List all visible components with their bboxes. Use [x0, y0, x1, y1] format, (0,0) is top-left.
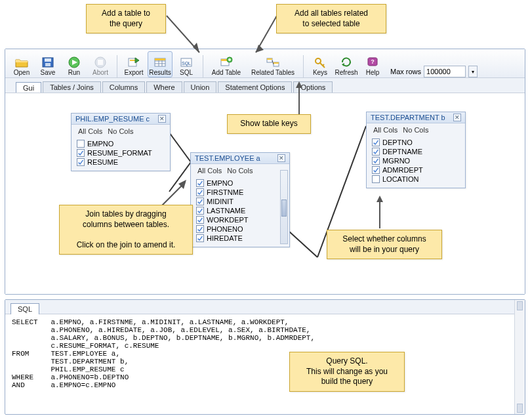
all-cols-link[interactable]: All Cols: [373, 126, 398, 134]
column-name: DEPTNAME: [382, 148, 422, 156]
tab-columns[interactable]: Columns: [102, 81, 145, 93]
table-department[interactable]: TEST.DEPARTMENT b ✕ All Cols No Cols DEP…: [366, 112, 466, 188]
tab-statement-options[interactable]: Statement Options: [218, 81, 292, 93]
table-title: TEST.EMPLOYEE a: [195, 154, 260, 162]
sql-text[interactable]: SELECT a.EMPNO, a.FIRSTNME, a.MIDINIT, a…: [5, 314, 525, 414]
results-label: Results: [149, 69, 171, 76]
svg-text:SQL: SQL: [182, 61, 191, 66]
sql-panel: SQL SELECT a.EMPNO, a.FIRSTNME, a.MIDINI…: [5, 299, 525, 415]
svg-rect-29: [274, 62, 279, 64]
checkbox-icon[interactable]: [196, 234, 204, 242]
column-item[interactable]: MGRNO: [371, 156, 461, 165]
svg-rect-6: [45, 63, 51, 66]
help-button[interactable]: ? Help: [360, 51, 385, 77]
no-cols-link[interactable]: No Cols: [403, 126, 428, 134]
table-emp-resume[interactable]: PHIL.EMP_RESUME c ✕ All Cols No Cols EMP…: [71, 113, 171, 171]
svg-rect-10: [98, 60, 103, 65]
close-icon[interactable]: ✕: [277, 154, 285, 162]
column-item[interactable]: WORKDEPT: [195, 215, 280, 224]
export-button[interactable]: Export: [121, 51, 146, 77]
toolbar-separator: [117, 55, 117, 77]
column-name: RESUME_FORMAT: [87, 149, 152, 157]
column-item[interactable]: ADMRDEPT: [371, 165, 461, 175]
svg-line-33: [323, 64, 324, 66]
checkbox-icon[interactable]: [372, 148, 380, 156]
column-item[interactable]: HIREDATE: [195, 234, 280, 243]
checkbox-icon[interactable]: [77, 158, 85, 166]
column-item[interactable]: LOCATION: [371, 175, 461, 184]
scrollbar[interactable]: [280, 170, 288, 244]
checkbox-icon[interactable]: [196, 216, 204, 224]
svg-rect-18: [155, 58, 165, 60]
svg-rect-5: [45, 58, 51, 62]
checkbox-icon[interactable]: [372, 166, 380, 174]
column-item[interactable]: EMPNO: [195, 178, 280, 188]
refresh-button[interactable]: Refresh: [334, 51, 359, 77]
checkbox-icon[interactable]: [196, 188, 204, 196]
sql-button[interactable]: SQL SQL: [174, 51, 199, 77]
callout-add-table: Add a table to the query: [86, 4, 166, 33]
svg-line-38: [289, 231, 317, 257]
column-item[interactable]: RESUME: [75, 158, 166, 167]
max-rows: Max rows ▾: [390, 66, 478, 77]
checkbox-icon[interactable]: [196, 207, 204, 215]
column-name: MIDINIT: [207, 198, 234, 205]
column-item[interactable]: MIDINIT: [195, 197, 280, 206]
column-item[interactable]: PHONENO: [195, 224, 280, 234]
tab-union[interactable]: Union: [184, 81, 217, 93]
column-name: PHONENO: [207, 225, 243, 233]
checkbox-icon[interactable]: [77, 140, 85, 148]
column-name: MGRNO: [382, 157, 410, 165]
refresh-label: Refresh: [335, 69, 357, 76]
column-item[interactable]: FIRSTNME: [195, 188, 280, 197]
checkbox-icon[interactable]: [196, 225, 204, 233]
open-button[interactable]: Open: [9, 51, 34, 77]
svg-text:?: ?: [371, 58, 375, 65]
abort-button[interactable]: Abort: [88, 51, 113, 77]
results-button[interactable]: Results: [148, 51, 173, 77]
callout-join-hint: Join tables by dragging columns between …: [59, 205, 193, 255]
max-rows-input[interactable]: [424, 66, 466, 77]
dropdown-icon[interactable]: ▾: [468, 66, 478, 77]
save-button[interactable]: Save: [35, 51, 60, 77]
no-cols-link[interactable]: No Cols: [108, 127, 133, 135]
tab-tables-joins[interactable]: Tables / Joins: [43, 81, 101, 93]
all-cols-link[interactable]: All Cols: [78, 127, 102, 135]
checkbox-icon[interactable]: [196, 179, 204, 187]
svg-line-37: [169, 162, 191, 192]
column-item[interactable]: RESUME_FORMAT: [75, 148, 166, 158]
table-title: TEST.DEPARTMENT b: [371, 114, 445, 121]
checkbox-icon[interactable]: [77, 149, 85, 157]
column-name: RESUME: [87, 158, 118, 166]
table-title: PHIL.EMP_RESUME c: [75, 115, 150, 123]
column-item[interactable]: EMPNO: [75, 139, 166, 148]
all-cols-link[interactable]: All Cols: [197, 167, 222, 175]
related-tables-button[interactable]: Related Tables: [247, 51, 299, 77]
checkbox-icon[interactable]: [196, 198, 204, 205]
checkbox-icon[interactable]: [372, 138, 380, 146]
scrollbar[interactable]: [514, 300, 525, 414]
add-table-button[interactable]: Add Table: [207, 51, 245, 77]
keys-label: Keys: [313, 69, 327, 76]
column-item[interactable]: DEPTNAME: [371, 147, 461, 156]
close-icon[interactable]: ✕: [453, 114, 461, 121]
open-label: Open: [14, 69, 30, 76]
column-item[interactable]: DEPTNO: [371, 138, 461, 147]
table-employee[interactable]: TEST.EMPLOYEE a ✕ All Cols No Cols EMPNO…: [190, 152, 290, 247]
no-cols-link[interactable]: No Cols: [227, 167, 253, 175]
run-button[interactable]: Run: [62, 51, 87, 77]
svg-rect-28: [267, 58, 272, 60]
tab-gui[interactable]: Gui: [16, 82, 41, 93]
tab-options[interactable]: Options: [293, 81, 333, 93]
callout-select-cols: Select whether columns will be in your q…: [327, 230, 442, 259]
toolbar-separator: [203, 55, 203, 77]
column-item[interactable]: LASTNAME: [195, 206, 280, 215]
tab-sql[interactable]: SQL: [10, 303, 39, 314]
keys-button[interactable]: Keys: [308, 51, 333, 77]
column-name: EMPNO: [207, 179, 233, 187]
checkbox-icon[interactable]: [372, 157, 380, 165]
column-name: HIREDATE: [207, 234, 243, 242]
tab-where[interactable]: Where: [146, 81, 182, 93]
close-icon[interactable]: ✕: [158, 115, 166, 123]
checkbox-icon[interactable]: [372, 175, 380, 183]
